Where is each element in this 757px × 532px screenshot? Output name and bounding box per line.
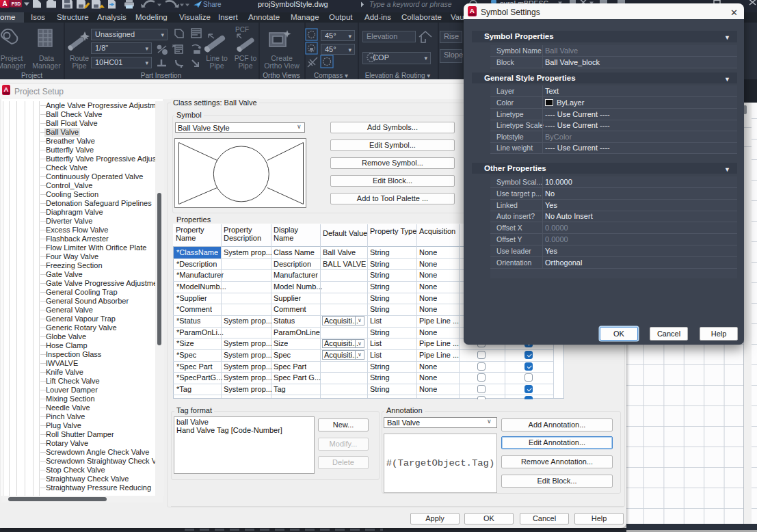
svg-text:projSymbolStyle.dwg: projSymbolStyle.dwg [258, 0, 328, 8]
svg-text:A: A [2, 0, 7, 8]
svg-text:A: A [4, 85, 9, 93]
svg-text:PCF: PCF [235, 26, 249, 34]
svg-text:Type a keyword or phrase: Type a keyword or phrase [369, 0, 452, 8]
svg-text:P3D: P3D [12, 1, 21, 6]
svg-text:A: A [470, 7, 475, 14]
svg-text:Share: Share [203, 1, 222, 8]
